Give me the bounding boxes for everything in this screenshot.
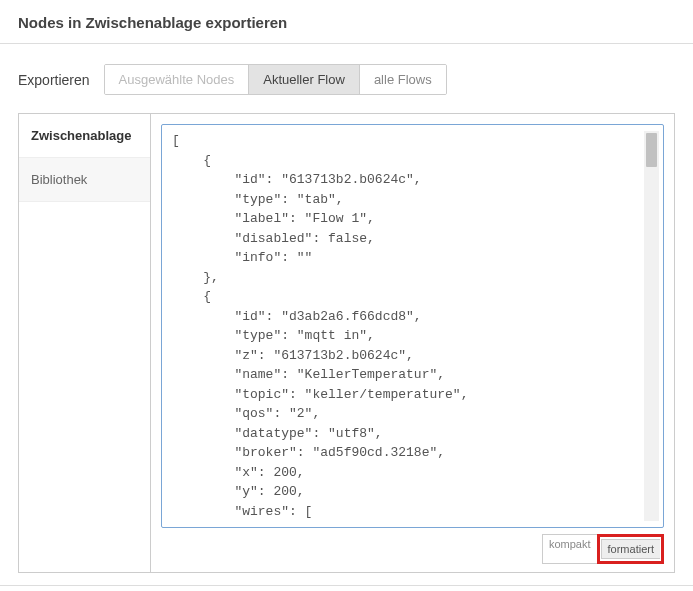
scrollbar-thumb[interactable]: [646, 133, 657, 167]
scope-tab-group: Ausgewählte Nodes Aktueller Flow alle Fl…: [104, 64, 447, 95]
export-code-text[interactable]: [ { "id": "613713b2.b0624c", "type": "ta…: [172, 131, 640, 521]
format-formatted-button[interactable]: formatiert: [601, 539, 660, 559]
export-label: Exportieren: [18, 72, 90, 88]
format-row: kompakt formatiert: [161, 534, 664, 564]
dialog-header: Nodes in Zwischenablage exportieren: [0, 0, 693, 44]
sidebar-item-library[interactable]: Bibliothek: [19, 158, 150, 202]
scope-tab-all-flows[interactable]: alle Flows: [360, 65, 446, 94]
dialog-content: Exportieren Ausgewählte Nodes Aktueller …: [0, 44, 693, 585]
export-code-box[interactable]: [ { "id": "613713b2.b0624c", "type": "ta…: [161, 124, 664, 528]
main-panel: Zwischenablage Bibliothek [ { "id": "613…: [18, 113, 675, 573]
highlight-formatted: formatiert: [597, 534, 664, 564]
scope-tab-current-flow[interactable]: Aktueller Flow: [249, 65, 360, 94]
export-output-area: [ { "id": "613713b2.b0624c", "type": "ta…: [151, 114, 674, 572]
scope-tab-selected-nodes[interactable]: Ausgewählte Nodes: [105, 65, 250, 94]
scrollbar[interactable]: [644, 131, 659, 521]
format-compact-button[interactable]: kompakt: [542, 534, 597, 564]
dialog-footer: Abbrechen Download In Zwischenablage exp…: [0, 585, 693, 591]
sidebar: Zwischenablage Bibliothek: [19, 114, 151, 572]
export-scope-row: Exportieren Ausgewählte Nodes Aktueller …: [18, 64, 675, 95]
dialog-title: Nodes in Zwischenablage exportieren: [18, 14, 675, 31]
sidebar-item-clipboard[interactable]: Zwischenablage: [19, 114, 150, 158]
